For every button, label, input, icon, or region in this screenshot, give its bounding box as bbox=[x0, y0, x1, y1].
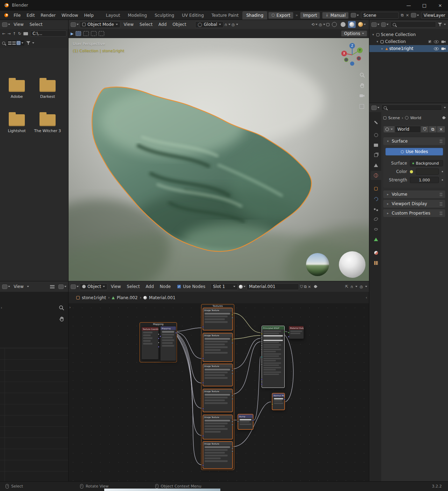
tab-particles[interactable] bbox=[371, 204, 381, 214]
node-frame-textures[interactable]: Textures Image Texture Image Texture Ima… bbox=[201, 304, 234, 470]
properties-editor-icon[interactable] bbox=[371, 106, 379, 110]
node-parent-icon[interactable]: ⇱ bbox=[345, 285, 348, 289]
node-canvas[interactable]: › Mapping Texture Coordinate bbox=[69, 303, 369, 482]
display-list-icon[interactable] bbox=[8, 42, 12, 45]
outliner-row-stone1right[interactable]: ▸ ▲ stone1right bbox=[369, 45, 448, 52]
animate-dot[interactable] bbox=[442, 179, 443, 181]
shader-select-menu[interactable]: Select bbox=[125, 283, 142, 290]
slot-selector[interactable]: Slot 1 bbox=[211, 283, 238, 290]
shader-node-menu[interactable]: Node bbox=[157, 283, 173, 290]
fake-user-shield-button[interactable]: ⛉ bbox=[421, 126, 429, 133]
panel-drag-dots[interactable] bbox=[440, 212, 442, 215]
node-image-texture-1[interactable]: Image Texture bbox=[203, 308, 233, 330]
world-browse-button[interactable] bbox=[383, 126, 395, 133]
snapping-magnet-icon[interactable]: ∩ bbox=[225, 23, 227, 27]
hdri-preview-sphere[interactable] bbox=[306, 253, 329, 276]
viewport-view-menu[interactable]: View bbox=[121, 21, 136, 28]
color-swatch[interactable] bbox=[416, 168, 439, 175]
file-browser-view-menu[interactable]: View bbox=[11, 21, 26, 28]
minimize-button[interactable]: — bbox=[401, 0, 417, 10]
use-nodes-button[interactable]: ⬡ Use Nodes bbox=[385, 148, 443, 156]
workspace-tab-uv-editing[interactable]: UV Editing bbox=[178, 11, 208, 20]
node-material-output[interactable]: Material Output bbox=[289, 326, 304, 339]
display-thumbnail-icon[interactable] bbox=[16, 41, 21, 45]
proportional-editing-icon[interactable]: ◎ bbox=[232, 23, 235, 27]
shader-type-selector[interactable]: Object bbox=[80, 283, 107, 290]
properties-search-field[interactable] bbox=[381, 104, 442, 111]
collapse-breadcrumb-icon[interactable]: ‹ bbox=[366, 296, 367, 299]
viewport-display-panel-header[interactable]: ▸ Viewport Display bbox=[383, 200, 445, 208]
breadcrumb-material[interactable]: Material.001 bbox=[149, 295, 175, 300]
scene-copy-icon[interactable]: ⧉ bbox=[401, 13, 404, 17]
spreadsheet-filter-icon[interactable] bbox=[50, 285, 55, 288]
collection-checkbox[interactable]: ✓ bbox=[428, 40, 432, 43]
path-field[interactable]: C:\... bbox=[30, 30, 66, 37]
spreadsheet-grid[interactable] bbox=[0, 348, 69, 482]
viewport-zoom-icon[interactable] bbox=[360, 72, 365, 78]
panel-drag-dots[interactable] bbox=[440, 140, 442, 143]
spreadsheet-view-menu[interactable]: View bbox=[11, 283, 26, 290]
select-mode-lasso-icon[interactable] bbox=[99, 31, 104, 36]
unlink-datablock-button[interactable]: × bbox=[437, 126, 445, 133]
node-image-texture-4[interactable]: Image Texture bbox=[203, 389, 233, 412]
material-preview-sphere[interactable] bbox=[339, 251, 365, 278]
workspace-tab-sculpting[interactable]: Sculpting bbox=[151, 11, 178, 20]
outliner-row-scene-collection[interactable]: ▾ Scene Collection bbox=[369, 31, 448, 38]
folder-tile-adobe[interactable]: Adobe bbox=[2, 80, 31, 99]
spreadsheet-editor-icon[interactable] bbox=[2, 284, 10, 289]
pin-id-icon[interactable] bbox=[442, 116, 446, 120]
strength-slider[interactable]: 1.000 bbox=[410, 177, 439, 183]
fake-user-shield-icon[interactable]: ⛉ bbox=[300, 285, 303, 289]
node-bump[interactable]: Bump bbox=[238, 414, 253, 429]
workspace-tab-shading[interactable]: Shading bbox=[242, 11, 267, 20]
node-image-texture-3[interactable]: Image Texture bbox=[203, 364, 233, 386]
disclosure-icon[interactable]: ▾ bbox=[376, 40, 379, 43]
hide-eye-icon[interactable] bbox=[434, 40, 439, 43]
viewlayer-name-field[interactable]: ViewLayer bbox=[421, 12, 448, 19]
file-browser-editor-icon[interactable] bbox=[2, 22, 10, 27]
up-icon[interactable]: ↑ bbox=[13, 32, 16, 36]
custom-properties-panel-header[interactable]: ▸ Custom Properties bbox=[383, 209, 445, 217]
folder-tile-lightshot[interactable]: Lightshot bbox=[2, 114, 31, 133]
node-principled-bsdf[interactable]: Principled BSDF bbox=[262, 326, 285, 388]
workspace-tab-layout[interactable]: Layout bbox=[102, 11, 124, 20]
material-copy-icon[interactable]: ⧉ bbox=[304, 285, 307, 289]
scene-unlink-icon[interactable]: × bbox=[406, 13, 409, 17]
tab-object-data[interactable] bbox=[371, 235, 381, 244]
disclosure-icon[interactable]: ▸ bbox=[381, 47, 384, 50]
animate-dot[interactable] bbox=[442, 171, 443, 172]
viewport-editor-icon[interactable] bbox=[71, 22, 79, 27]
use-nodes-checkbox[interactable]: ✓ bbox=[177, 284, 181, 289]
hide-eye-icon[interactable] bbox=[434, 47, 439, 50]
snapping-magnet-icon[interactable]: ∩ bbox=[350, 285, 353, 289]
material-unlink-icon[interactable]: × bbox=[308, 285, 311, 289]
display-detail-icon[interactable] bbox=[12, 42, 16, 45]
refresh-icon[interactable]: ↻ bbox=[18, 32, 21, 36]
node-image-texture-5[interactable]: Image Texture bbox=[203, 415, 233, 439]
breadcrumb-mesh[interactable]: Plane.002 bbox=[117, 295, 138, 300]
navigation-gizmo[interactable]: Z Y X bbox=[341, 42, 364, 67]
material-browse-icon[interactable] bbox=[239, 285, 246, 289]
outliner-filter-icon[interactable] bbox=[438, 23, 442, 27]
filter-chevron[interactable] bbox=[32, 42, 34, 44]
node-image-texture-2[interactable]: Image Texture bbox=[203, 333, 233, 362]
mode-selector[interactable]: Object Mode bbox=[80, 21, 120, 28]
select-mode-circle-icon[interactable] bbox=[91, 31, 97, 36]
forward-icon[interactable]: → bbox=[7, 32, 10, 36]
shader-add-menu[interactable]: Add bbox=[143, 283, 156, 290]
import-button[interactable]: Import bbox=[300, 12, 320, 19]
node-mapping[interactable]: Mapping bbox=[160, 326, 176, 361]
node-socket-icon[interactable] bbox=[410, 170, 413, 173]
copy-datablock-button[interactable]: ⧉ bbox=[429, 126, 437, 133]
tab-material[interactable] bbox=[371, 248, 381, 257]
tab-tool[interactable] bbox=[371, 118, 381, 127]
scene-browse-icon[interactable] bbox=[351, 13, 359, 17]
outliner-display-icon[interactable] bbox=[381, 22, 389, 27]
tab-render[interactable] bbox=[371, 130, 381, 139]
search-icon[interactable] bbox=[2, 42, 5, 45]
world-name-field[interactable]: World bbox=[395, 126, 421, 133]
breadcrumb-object[interactable]: stone1right bbox=[82, 295, 106, 300]
shading-rendered-button[interactable] bbox=[357, 21, 367, 28]
disable-render-camera-icon[interactable] bbox=[441, 40, 446, 43]
breadcrumb-scene[interactable]: Scene bbox=[388, 116, 400, 120]
